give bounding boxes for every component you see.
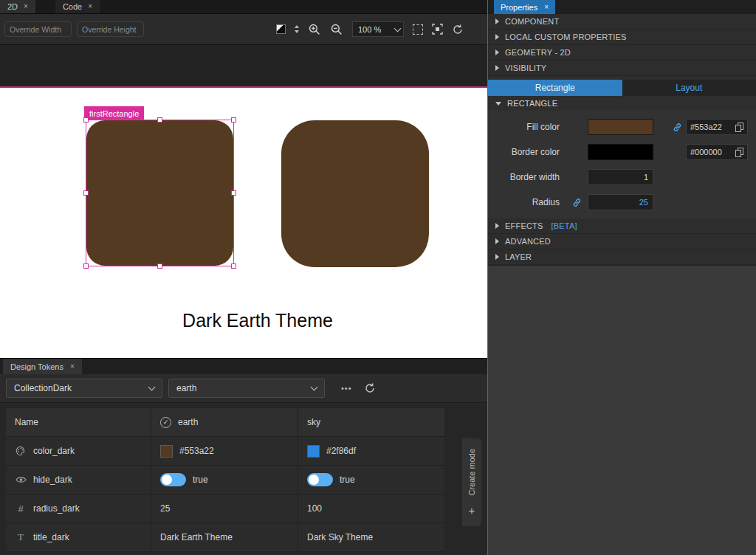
section-geometry-2d[interactable]: GEOMETRY - 2D (488, 45, 756, 61)
fill-color-row: Fill color #553a22 (488, 114, 756, 139)
close-icon[interactable]: × (24, 3, 28, 10)
tab-rectangle[interactable]: Rectangle (488, 80, 622, 96)
selection-handle[interactable] (157, 263, 162, 269)
override-height-input[interactable] (77, 21, 144, 37)
tab-code-view[interactable]: Code × (55, 0, 100, 13)
section-local-custom-properties[interactable]: LOCAL CUSTOM PROPERTIES (488, 30, 756, 45)
toggle-switch[interactable] (307, 473, 333, 486)
copy-icon[interactable] (735, 148, 743, 157)
border-width-field[interactable]: 1 (588, 169, 653, 185)
border-color-swatch[interactable] (588, 144, 653, 160)
table-row-color-dark[interactable]: color_dark #553a22 #2f86df (6, 437, 444, 466)
section-label: EFFECTS (505, 221, 543, 230)
token-value-cell[interactable]: 100 (298, 494, 444, 523)
binding-link-icon[interactable] (572, 197, 582, 210)
token-value: Dark Sky Theme (307, 532, 373, 542)
column-header-sky[interactable]: sky (298, 408, 444, 436)
column-header-name[interactable]: Name (6, 408, 151, 436)
section-rectangle[interactable]: RECTANGLE (488, 96, 756, 111)
column-header-earth[interactable]: ✓ earth (151, 408, 298, 436)
arrow-up-icon[interactable] (295, 25, 299, 28)
properties-mode-tabs: Rectangle Layout (488, 80, 756, 96)
section-label: RECTANGLE (507, 99, 557, 108)
close-icon[interactable]: × (88, 3, 92, 10)
design-canvas[interactable]: firstRectangle Dark Earth Theme (0, 86, 487, 358)
binding-link-icon[interactable] (673, 122, 682, 135)
refresh-tokens-icon[interactable] (364, 382, 376, 394)
zoom-level-value: 100 % (353, 25, 391, 34)
design-tokens-toolbar: CollectionDark earth ••• (0, 374, 487, 403)
selection-handle[interactable] (231, 117, 236, 123)
selected-rectangle-item[interactable] (86, 120, 233, 266)
selection-handle[interactable] (83, 263, 89, 269)
fill-color-swatch[interactable] (588, 119, 653, 135)
section-visibility[interactable]: VISIBILITY (488, 61, 756, 76)
number-icon: # (15, 503, 27, 514)
design-tokens-tabbar: Design Tokens × (0, 359, 487, 374)
collection-select[interactable]: CollectionDark (6, 379, 162, 398)
section-effects[interactable]: EFFECTS [BETA] (488, 218, 756, 234)
zoom-out-icon[interactable] (330, 23, 343, 36)
selection-handle[interactable] (157, 117, 162, 123)
design-tokens-panel: Design Tokens × CollectionDark earth ••• (0, 358, 487, 555)
create-mode-tab[interactable]: Create mode + (462, 438, 481, 526)
border-width-value: 1 (644, 173, 648, 182)
column-header-label: earth (178, 417, 198, 427)
column-header-label: sky (307, 417, 320, 427)
section-advanced[interactable]: ADVANCED (488, 234, 756, 249)
tab-properties[interactable]: Properties × (494, 0, 555, 14)
second-rectangle-item[interactable] (281, 120, 429, 267)
border-color-value-field[interactable]: #000000 (686, 144, 748, 160)
stepper-arrows[interactable] (295, 25, 299, 33)
tab-design-tokens[interactable]: Design Tokens × (3, 359, 82, 374)
token-value: 25 (160, 503, 170, 514)
selection-handle[interactable] (83, 190, 89, 196)
canvas-text-item[interactable]: Dark Earth Theme (86, 310, 429, 331)
reset-view-icon[interactable] (452, 24, 464, 35)
selection-handle[interactable] (231, 190, 236, 196)
token-value-cell[interactable]: 25 (151, 494, 298, 523)
copy-icon[interactable] (735, 123, 743, 132)
color-swatch[interactable] (307, 445, 320, 458)
table-row-radius-dark[interactable]: # radius_dark 25 100 (6, 494, 444, 523)
canvas-background-color-icon[interactable] (276, 24, 286, 34)
tab-2d-view[interactable]: 2D × (0, 0, 35, 13)
properties-panel: Properties × COMPONENT LOCAL CUSTOM PROP… (487, 0, 756, 555)
zoom-level-select[interactable]: 100 % (352, 21, 404, 37)
section-layer[interactable]: LAYER (488, 249, 756, 265)
section-label: ADVANCED (505, 237, 551, 246)
fit-canvas-icon[interactable] (413, 24, 423, 35)
section-component[interactable]: COMPONENT (488, 14, 756, 30)
toggle-switch[interactable] (160, 473, 186, 486)
token-value-cell[interactable]: #2f86df (298, 437, 444, 465)
override-width-input[interactable] (4, 21, 72, 37)
radius-field[interactable]: 25 (588, 194, 653, 210)
token-value-cell[interactable]: true (151, 466, 298, 494)
token-value-cell[interactable]: #553a22 (151, 437, 298, 465)
selection-handle[interactable] (83, 117, 89, 123)
fill-color-value-field[interactable]: #553a22 (686, 119, 748, 135)
chevron-down-icon (311, 384, 318, 391)
table-row-hide-dark[interactable]: hide_dark true true (6, 466, 444, 494)
zoom-in-icon[interactable] (308, 23, 321, 36)
more-options-button[interactable]: ••• (335, 381, 358, 396)
color-swatch[interactable] (160, 445, 173, 458)
token-value: true (193, 475, 208, 485)
zoom-to-selection-icon[interactable] (432, 24, 443, 35)
text-type-icon: T (15, 531, 27, 543)
table-row-title-dark[interactable]: T title_dark Dark Earth Theme Dark Sky T… (6, 523, 444, 552)
selection-id-badge: firstRectangle (84, 106, 144, 120)
token-value-cell[interactable]: true (298, 466, 444, 494)
close-icon[interactable]: × (70, 363, 75, 370)
close-icon[interactable]: × (544, 4, 549, 11)
token-value-cell[interactable]: Dark Sky Theme (298, 523, 444, 551)
tab-layout[interactable]: Layout (622, 80, 756, 96)
mode-select[interactable]: earth (168, 379, 325, 398)
selection-handle[interactable] (231, 263, 236, 269)
arrow-down-icon[interactable] (295, 30, 299, 33)
section-label: LAYER (505, 252, 532, 261)
chevron-down-icon[interactable] (391, 22, 403, 36)
token-value-cell[interactable]: Dark Earth Theme (151, 523, 298, 551)
plus-icon[interactable]: + (469, 505, 475, 516)
rectangle-earth-shape[interactable] (86, 120, 233, 266)
